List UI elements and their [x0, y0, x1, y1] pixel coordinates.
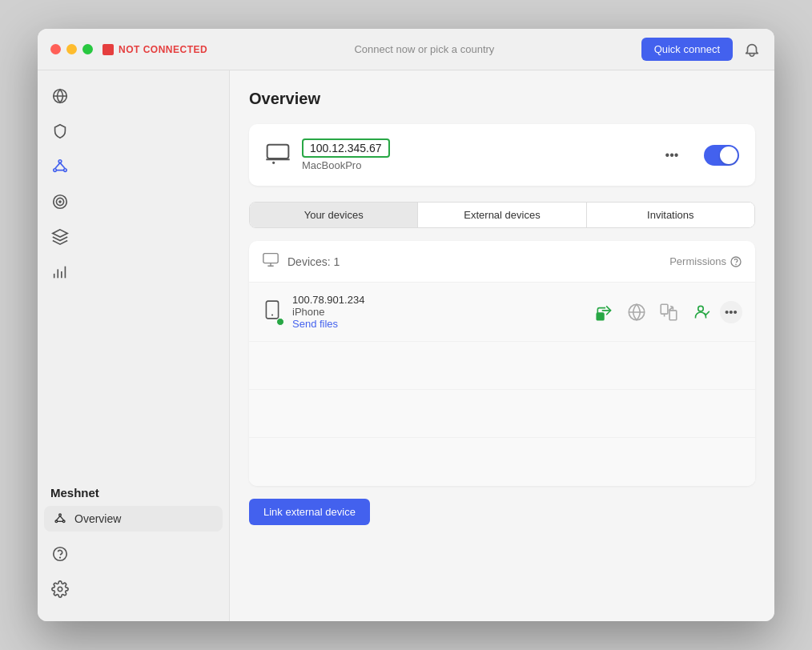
- close-button[interactable]: [50, 44, 61, 54]
- device-ip: 100.78.901.234: [292, 294, 592, 306]
- sidebar-help-icon[interactable]: [44, 538, 76, 570]
- devices-header: Devices: 1 Permissions: [249, 241, 755, 283]
- device-tabs: Your devices External devices Invitation…: [249, 202, 755, 228]
- sidebar-settings-icon[interactable]: [44, 573, 76, 605]
- maximize-button[interactable]: [82, 44, 93, 54]
- content-area: Overview 100.12.345.67 MacBookPro •••: [230, 70, 774, 621]
- svg-point-15: [59, 514, 62, 516]
- my-device-name: MacBookPro: [302, 159, 649, 171]
- svg-point-1: [58, 160, 62, 163]
- layers-icon: [51, 228, 69, 246]
- send-files-link[interactable]: Send files: [292, 318, 592, 330]
- svg-point-8: [56, 198, 63, 205]
- allow-access-icon: [690, 302, 711, 323]
- sidebar-item-meshnet[interactable]: [44, 150, 76, 183]
- overview-nav-label: Overview: [74, 512, 121, 525]
- iphone-icon: [262, 299, 283, 325]
- svg-point-3: [64, 169, 67, 172]
- svg-line-5: [60, 162, 65, 168]
- file-share-icon: [658, 302, 679, 323]
- devices-count-label: Devices: 1: [287, 255, 340, 268]
- device-more-options-button[interactable]: •••: [720, 301, 742, 323]
- my-device-more-button[interactable]: •••: [661, 144, 683, 167]
- device-online-indicator: [276, 318, 284, 326]
- tab-external-devices[interactable]: External devices: [418, 203, 586, 227]
- svg-rect-26: [263, 254, 278, 263]
- sidebar-item-vpn[interactable]: [44, 80, 76, 112]
- monitor-icon: [262, 251, 279, 268]
- titlebar: NOT CONNECTED Connect now or pick a coun…: [38, 29, 774, 70]
- empty-row-2: [249, 390, 755, 438]
- macbook-icon: [265, 139, 291, 171]
- shield-icon: [51, 122, 69, 140]
- sidebar-item-stats[interactable]: [44, 256, 76, 288]
- bell-svg: [743, 41, 761, 58]
- svg-rect-29: [266, 301, 278, 319]
- svg-point-25: [273, 162, 274, 163]
- sidebar-item-layers[interactable]: [44, 221, 76, 253]
- link-external-device-button[interactable]: Link external device: [249, 499, 370, 525]
- empty-row-1: [249, 342, 755, 390]
- svg-point-7: [54, 195, 67, 209]
- my-device-info: 100.12.345.67 MacBookPro: [302, 138, 649, 171]
- not-connected-label: NOT CONNECTED: [119, 44, 207, 55]
- device-name: iPhone: [292, 306, 592, 318]
- laptop-icon: [265, 139, 291, 165]
- sidebar-item-threat[interactable]: [44, 186, 76, 218]
- devices-count: Devices: 1: [262, 251, 340, 272]
- device-more-dots-icon: •••: [725, 305, 738, 319]
- svg-line-19: [60, 516, 64, 520]
- target-icon: [51, 193, 69, 211]
- my-device-card: 100.12.345.67 MacBookPro •••: [249, 124, 755, 186]
- gear-icon: [51, 580, 69, 598]
- devices-section: Devices: 1 Permissions: [249, 241, 755, 486]
- minimize-button[interactable]: [66, 44, 77, 54]
- svg-marker-10: [53, 230, 67, 237]
- sidebar-item-shield[interactable]: [44, 115, 76, 147]
- route-traffic-icon-btn[interactable]: [592, 299, 617, 325]
- svg-rect-31: [597, 313, 604, 320]
- tab-your-devices[interactable]: Your devices: [250, 203, 418, 227]
- allow-access-icon-btn[interactable]: [688, 299, 714, 325]
- window-controls: [50, 44, 93, 54]
- device-list-item: 100.78.901.234 iPhone Send files: [249, 283, 755, 342]
- svg-point-21: [54, 548, 67, 561]
- file-share-icon-btn[interactable]: [656, 299, 681, 325]
- quick-connect-button[interactable]: Quick connect: [641, 38, 733, 61]
- meshnet-toggle[interactable]: [704, 145, 739, 166]
- svg-point-17: [62, 520, 65, 523]
- globe-icon: [51, 87, 69, 105]
- svg-line-4: [55, 162, 60, 168]
- meshnet-icon: [51, 158, 69, 175]
- page-title: Overview: [249, 90, 755, 108]
- device-actions: •••: [592, 299, 742, 325]
- help-circle-icon: [51, 545, 69, 563]
- sidebar-section-title: Meshnet: [44, 483, 223, 506]
- svg-point-9: [59, 201, 61, 203]
- not-connected-icon: [103, 44, 114, 55]
- sidebar-nav-overview[interactable]: Overview: [44, 506, 223, 532]
- notifications-icon[interactable]: [742, 40, 762, 59]
- empty-row-3: [249, 438, 755, 486]
- smartphone-icon: [262, 299, 283, 320]
- app-window: NOT CONNECTED Connect now or pick a coun…: [38, 29, 774, 621]
- connect-hint-text: Connect now or pick a country: [217, 43, 631, 55]
- question-circle-icon: [730, 255, 742, 268]
- svg-rect-24: [267, 145, 289, 158]
- connection-status-badge[interactable]: NOT CONNECTED: [103, 44, 207, 55]
- route-traffic-icon: [594, 302, 615, 323]
- bar-chart-icon: [51, 263, 69, 281]
- permissions-button[interactable]: Permissions: [669, 255, 742, 268]
- device-row-info: 100.78.901.234 iPhone Send files: [292, 294, 592, 330]
- svg-point-16: [55, 520, 58, 523]
- my-device-ip: 100.12.345.67: [302, 138, 390, 158]
- globe-traffic-icon-btn[interactable]: [624, 299, 649, 325]
- svg-point-23: [58, 587, 62, 592]
- svg-rect-34: [669, 310, 677, 319]
- tab-invitations[interactable]: Invitations: [587, 203, 754, 227]
- sidebar-meshnet-section: Meshnet Overview: [38, 476, 229, 532]
- sidebar-bottom: [38, 532, 229, 612]
- sidebar: Meshnet Overview: [38, 70, 230, 621]
- more-dots-icon: •••: [665, 148, 679, 162]
- sidebar-icon-list: [38, 80, 229, 476]
